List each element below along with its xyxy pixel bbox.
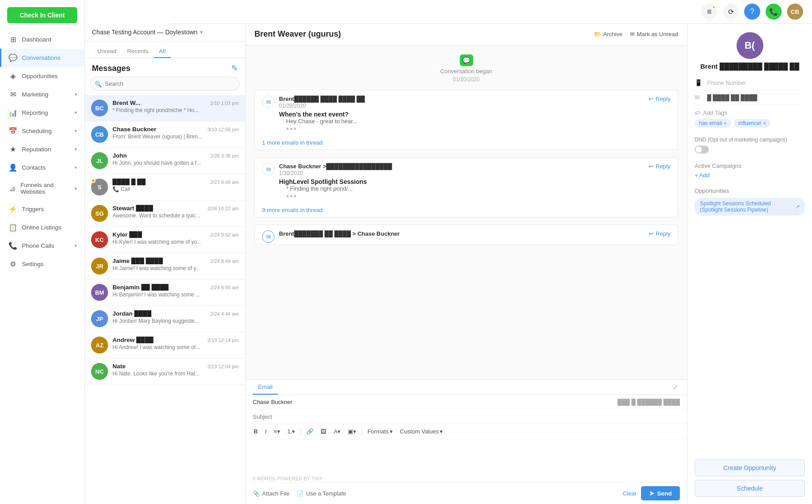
- msg-name-3: John: [112, 152, 127, 159]
- sidebar-item-opportunities[interactable]: ◈ Opportunities: [0, 67, 84, 85]
- message-item-1[interactable]: BC Brent W... 3/10 1:03 pm * Finding the…: [85, 95, 245, 121]
- toolbar-bold[interactable]: B: [251, 427, 260, 436]
- toolbar-custom-values-dropdown[interactable]: Custom Values ▾: [397, 427, 446, 436]
- conversation-panel: Brent Weaver (ugurus) 📁 Archive ✉ Mark a…: [246, 0, 687, 504]
- msg-time-4: 2/27 9:49 am: [210, 179, 239, 185]
- sidebar-item-conversations[interactable]: 💬 Conversations: [0, 49, 84, 67]
- opportunity-badge[interactable]: Spotlight Sessions Scheduled (Spotlight …: [695, 198, 805, 216]
- avatar-4: S: [91, 179, 108, 196]
- toolbar-ordered-list[interactable]: 1.▾: [285, 427, 298, 436]
- sidebar-item-reputation[interactable]: ★ Reputation ▾: [0, 140, 84, 158]
- account-name: Chase Testing Account — Doylestown: [92, 29, 197, 36]
- clear-button[interactable]: Clear: [623, 490, 637, 497]
- compose-footer-right: Clear ➤ Send: [623, 486, 680, 500]
- phone-icon[interactable]: 📞: [766, 4, 782, 20]
- nav-icon-dashboard: ⊞: [8, 35, 17, 44]
- toolbar-unordered-list[interactable]: ≡▾: [271, 427, 283, 436]
- sidebar-item-online-listings[interactable]: 📋 Online Listings: [0, 218, 84, 237]
- message-item-11[interactable]: NC Nate 2/19 12:04 pm Hi Nate. Looks lik…: [85, 358, 245, 385]
- message-item-2[interactable]: CB Chase Buckner 3/10 12:56 pm From: Bre…: [85, 121, 245, 148]
- nav-icon-phone-calls: 📞: [8, 242, 17, 250]
- sidebar-item-settings[interactable]: ⚙ Settings: [0, 255, 84, 273]
- toolbar-text-color[interactable]: A▾: [331, 427, 343, 436]
- thread-1-more-link[interactable]: 1 more emails in thread: [255, 136, 678, 150]
- account-header: Chase Testing Account — Doylestown ▾: [85, 23, 245, 42]
- nav-arrow-reputation: ▾: [75, 146, 77, 152]
- schedule-button[interactable]: Schedule: [695, 480, 805, 497]
- thread-2-more-link[interactable]: 9 more emails in thread: [255, 203, 678, 217]
- compose-icon[interactable]: ✎: [231, 63, 238, 73]
- check-in-button[interactable]: Check In Client: [7, 7, 77, 23]
- attach-file-button[interactable]: 📎 Attach File: [253, 490, 289, 497]
- tag-remove[interactable]: ×: [724, 121, 726, 126]
- msg-top-4: ████ █ ██ 2/27 9:49 am: [112, 179, 239, 185]
- toolbar-bg-color[interactable]: ▣▾: [345, 427, 359, 436]
- sidebar: Check In Client ⊞ Dashboard 💬 Conversati…: [0, 0, 85, 504]
- reply-button-3[interactable]: ↩ Reply: [649, 230, 670, 237]
- send-button[interactable]: ➤ Send: [641, 486, 680, 500]
- thread-2-more-emails[interactable]: 9 more emails in thread: [262, 207, 323, 213]
- archive-button[interactable]: 📁 Archive: [594, 31, 622, 37]
- user-avatar[interactable]: CB: [787, 4, 803, 20]
- create-opportunity-button[interactable]: Create Opportunity: [695, 459, 805, 476]
- compose-tab-email[interactable]: Email: [253, 380, 278, 395]
- message-item-9[interactable]: JP Jordan ████ 2/24 4:44 am Hi Jordan! M…: [85, 306, 245, 332]
- compose-body[interactable]: [246, 439, 687, 475]
- dnd-toggle[interactable]: [695, 146, 709, 154]
- msg-top-1: Brent W... 3/10 1:03 pm: [112, 100, 239, 106]
- archive-icon: 📁: [594, 31, 601, 37]
- campaigns-add-button[interactable]: + Add: [695, 172, 805, 179]
- help-icon[interactable]: ?: [744, 4, 760, 20]
- msg-preview-7: Hi Jaime! I was watching some of y...: [112, 265, 239, 271]
- message-item-7[interactable]: JR Jaime ███ ████ 2/24 8:49 am Hi Jaime!…: [85, 253, 245, 279]
- sidebar-item-dashboard[interactable]: ⊞ Dashboard: [0, 30, 84, 49]
- sidebar-item-marketing[interactable]: ✉ Marketing ▾: [0, 85, 84, 104]
- custom-values-label: Custom Values: [400, 428, 439, 435]
- mark-unread-button[interactable]: ✉ Mark as Unread: [630, 31, 678, 37]
- tag-remove[interactable]: ×: [763, 121, 766, 126]
- account-dropdown-icon[interactable]: ▾: [200, 29, 203, 35]
- reply-button-2[interactable]: ↩ Reply: [649, 163, 670, 170]
- message-item-8[interactable]: BM Benjamin ██ ████ 2/24 8:45 am Hi Benj…: [85, 279, 245, 306]
- compose-to-actions: ███ █ ██████ ████: [617, 399, 680, 405]
- use-template-button[interactable]: 📄 Use a Template: [296, 490, 346, 497]
- reply-button-1[interactable]: ↩ Reply: [649, 96, 670, 102]
- msg-time-2: 3/10 12:56 pm: [208, 127, 239, 132]
- message-item-6[interactable]: KC Kyler ███ 2/24 9:52 am Hi Kyler! I wa…: [85, 227, 245, 253]
- nav-label-reporting: Reporting: [22, 109, 48, 116]
- search-input[interactable]: [90, 77, 240, 91]
- message-item-10[interactable]: AZ Andrew ████ 2/19 12:14 pm Hi Andrew! …: [85, 332, 245, 358]
- sidebar-item-triggers[interactable]: ⚡ Triggers: [0, 200, 84, 218]
- menu-icon[interactable]: ≡: [701, 4, 717, 20]
- message-item-5[interactable]: SG Stewart ████ 2/26 10:22 am Awesome. W…: [85, 200, 245, 227]
- tab-recents[interactable]: Recents: [122, 45, 154, 58]
- sidebar-item-contacts[interactable]: 👤 Contacts ▾: [0, 158, 84, 177]
- msg-time-11: 2/19 12:04 pm: [208, 364, 239, 369]
- nav-label-scheduling: Scheduling: [22, 128, 52, 134]
- thread-2-subject: HighLevel Spotlight Sessions: [279, 178, 649, 185]
- toolbar-image[interactable]: 🖼: [318, 427, 329, 436]
- dnd-section: DND (Opt out of marketing campaigns): [687, 132, 812, 158]
- main-content: ≡ ⟳ ? 📞 CB Chase Testing Account — Doyle…: [85, 0, 812, 504]
- msg-top-9: Jordan ████ 2/24 4:44 am: [112, 310, 239, 317]
- nav-label-contacts: Contacts: [22, 164, 46, 171]
- nav-arrow-marketing: ▾: [75, 92, 77, 97]
- compose-subject-input[interactable]: [253, 413, 680, 420]
- email-channel-icon-2: ✉: [262, 163, 275, 175]
- message-item-3[interactable]: JL John 2/28 3:36 pm Hi John, you should…: [85, 148, 245, 174]
- compose-expand-icon[interactable]: ⤢: [671, 380, 680, 395]
- sidebar-item-funnels[interactable]: ⊿ Funnels and Websites ▾: [0, 177, 84, 200]
- sidebar-item-phone-calls[interactable]: 📞 Phone Calls ▾: [0, 237, 84, 255]
- toolbar-link[interactable]: 🔗: [304, 427, 316, 436]
- tab-all[interactable]: All: [154, 45, 171, 58]
- msg-preview-4: 📞 Call: [112, 186, 239, 192]
- toolbar-italic[interactable]: I: [262, 427, 269, 436]
- sidebar-item-reporting[interactable]: 📊 Reporting ▾: [0, 104, 84, 122]
- sidebar-item-scheduling[interactable]: 📅 Scheduling ▾: [0, 122, 84, 140]
- toolbar-formats-dropdown[interactable]: Formats ▾: [365, 427, 396, 436]
- tab-unread[interactable]: Unread: [92, 45, 122, 58]
- phone-field-value[interactable]: Phone Number: [707, 79, 805, 86]
- thread-1-more-emails[interactable]: 1 more emails in thread: [262, 139, 323, 146]
- message-item-4[interactable]: S ████ █ ██ 2/27 9:49 am 📞 Call: [85, 174, 245, 200]
- refresh-icon[interactable]: ⟳: [723, 4, 739, 20]
